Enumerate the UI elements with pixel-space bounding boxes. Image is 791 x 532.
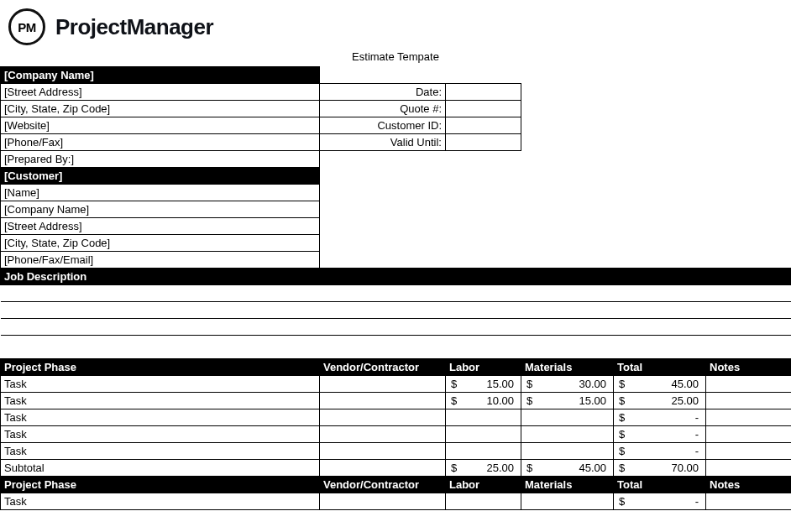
date-label: Date:: [320, 84, 446, 101]
col-notes: Notes: [706, 477, 792, 493]
col-phase: Project Phase: [1, 359, 320, 376]
labor-cell[interactable]: [446, 409, 521, 426]
materials-cell[interactable]: $30.00: [521, 376, 614, 393]
job-desc-line[interactable]: [1, 319, 792, 336]
logo-area: PM ProjectManager: [0, 0, 791, 45]
prepared-by[interactable]: [Prepared By:]: [1, 151, 320, 168]
materials-subtotal: $45.00: [521, 460, 614, 477]
notes-cell[interactable]: [706, 393, 792, 409]
document-title: Estimate Tempate: [0, 45, 791, 66]
notes-cell[interactable]: [706, 426, 792, 443]
total-cell[interactable]: $-: [614, 443, 706, 460]
col-notes: Notes: [706, 359, 792, 376]
labor-cell[interactable]: $15.00: [446, 376, 521, 393]
notes-cell[interactable]: [706, 443, 792, 460]
total-cell[interactable]: $-: [614, 493, 706, 510]
customer-company[interactable]: [Company Name]: [1, 201, 320, 218]
total-cell[interactable]: $-: [614, 409, 706, 426]
materials-cell[interactable]: [521, 443, 614, 460]
total-cell[interactable]: $25.00: [614, 393, 706, 409]
task-cell[interactable]: Task: [1, 493, 320, 510]
estimate-table: [Company Name] [Street Address] Date: [C…: [0, 66, 791, 510]
materials-cell[interactable]: [521, 426, 614, 443]
labor-cell[interactable]: $10.00: [446, 393, 521, 409]
company-website[interactable]: [Website]: [1, 117, 320, 134]
quote-value[interactable]: [446, 101, 521, 117]
job-desc-line[interactable]: [1, 302, 792, 319]
table-row: Task $-: [1, 493, 792, 510]
notes-cell[interactable]: [706, 409, 792, 426]
materials-cell[interactable]: $15.00: [521, 393, 614, 409]
col-total: Total: [614, 359, 706, 376]
vendor-cell[interactable]: [320, 376, 446, 393]
company-csz[interactable]: [City, State, Zip Code]: [1, 101, 320, 117]
date-value[interactable]: [446, 84, 521, 101]
table-row: Task $-: [1, 426, 792, 443]
table-row: Task $10.00 $15.00 $25.00: [1, 393, 792, 409]
vendor-cell[interactable]: [320, 409, 446, 426]
customer-header: [Customer]: [1, 168, 320, 185]
task-cell[interactable]: Task: [1, 443, 320, 460]
total-subtotal: $70.00: [614, 460, 706, 477]
customer-id-label: Customer ID:: [320, 117, 446, 134]
col-materials: Materials: [521, 477, 614, 493]
logo-text: ProjectManager: [55, 14, 213, 40]
company-header: [Company Name]: [1, 67, 320, 84]
table-row: Task $15.00 $30.00 $45.00: [1, 376, 792, 393]
quote-label: Quote #:: [320, 101, 446, 117]
company-street[interactable]: [Street Address]: [1, 84, 320, 101]
materials-cell[interactable]: [521, 409, 614, 426]
table-row: Task $-: [1, 409, 792, 426]
company-phone[interactable]: [Phone/Fax]: [1, 134, 320, 151]
total-cell[interactable]: $45.00: [614, 376, 706, 393]
vendor-cell: [320, 460, 446, 477]
task-cell[interactable]: Task: [1, 393, 320, 409]
notes-cell: [706, 460, 792, 477]
customer-id-value[interactable]: [446, 117, 521, 134]
job-description-header: Job Description: [1, 269, 792, 285]
table-row: Task $-: [1, 443, 792, 460]
labor-cell[interactable]: [446, 443, 521, 460]
task-cell[interactable]: Task: [1, 376, 320, 393]
notes-cell[interactable]: [706, 493, 792, 510]
customer-street[interactable]: [Street Address]: [1, 218, 320, 235]
col-total: Total: [614, 477, 706, 493]
valid-until-value[interactable]: [446, 134, 521, 151]
customer-phone[interactable]: [Phone/Fax/Email]: [1, 252, 320, 269]
notes-cell[interactable]: [706, 376, 792, 393]
vendor-cell[interactable]: [320, 493, 446, 510]
col-vendor: Vendor/Contractor: [320, 477, 446, 493]
col-materials: Materials: [521, 359, 614, 376]
customer-csz[interactable]: [City, State, Zip Code]: [1, 235, 320, 252]
subtotal-label: Subtotal: [1, 460, 320, 477]
labor-cell[interactable]: [446, 426, 521, 443]
labor-subtotal: $25.00: [446, 460, 521, 477]
vendor-cell[interactable]: [320, 426, 446, 443]
vendor-cell[interactable]: [320, 443, 446, 460]
col-labor: Labor: [446, 477, 521, 493]
col-phase: Project Phase: [1, 477, 320, 493]
subtotal-row: Subtotal $25.00 $45.00 $70.00: [1, 460, 792, 477]
task-cell[interactable]: Task: [1, 409, 320, 426]
vendor-cell[interactable]: [320, 393, 446, 409]
materials-cell[interactable]: [521, 493, 614, 510]
total-cell[interactable]: $-: [614, 426, 706, 443]
task-cell[interactable]: Task: [1, 426, 320, 443]
job-desc-line[interactable]: [1, 285, 792, 302]
labor-cell[interactable]: [446, 493, 521, 510]
col-vendor: Vendor/Contractor: [320, 359, 446, 376]
col-labor: Labor: [446, 359, 521, 376]
logo-badge-icon: PM: [8, 8, 45, 45]
spacer: [1, 336, 792, 359]
valid-until-label: Valid Until:: [320, 134, 446, 151]
customer-name[interactable]: [Name]: [1, 185, 320, 201]
